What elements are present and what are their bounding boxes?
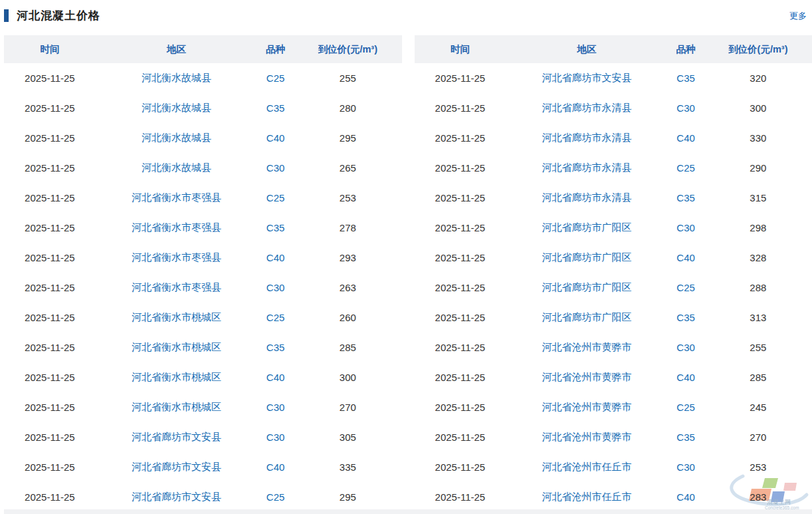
cell-region-link[interactable]: 河北省衡水市枣强县 [96, 213, 257, 243]
cell-region-link[interactable]: 河北省沧州市黄骅市 [506, 362, 667, 392]
cell-grade-link[interactable]: C25 [668, 273, 704, 303]
cell-grade-link[interactable]: C40 [257, 452, 294, 482]
cell-price: 290 [704, 153, 812, 183]
cell-region-link[interactable]: 河北省沧州市黄骅市 [506, 422, 667, 452]
cell-grade-link[interactable]: C40 [668, 482, 704, 512]
cell-date: 2025-11-25 [415, 213, 506, 243]
cell-grade-link[interactable]: C25 [257, 482, 294, 512]
table-row: 2025-11-25 河北省沧州市任丘市 C40 283 [415, 482, 812, 512]
table-row: 2025-11-25 河北省衡水市桃城区 C40 300 [4, 362, 402, 392]
cell-region-link[interactable]: 河北省廊坊市文安县 [506, 63, 667, 93]
table-row: 2025-11-25 河北省廊坊市广阳区 C25 288 [415, 273, 812, 303]
col-header-time: 时间 [4, 35, 96, 63]
cell-region-link[interactable]: 河北省沧州市任丘市 [506, 482, 667, 512]
cell-price: 300 [704, 93, 812, 123]
cell-price: 313 [704, 303, 812, 332]
cell-date: 2025-11-25 [4, 243, 96, 273]
cell-region-link[interactable]: 河北省衡水市桃城区 [96, 303, 257, 332]
cell-date: 2025-11-25 [415, 123, 506, 153]
table-row: 2025-11-25 河北省沧州市任丘市 C30 253 [415, 452, 812, 482]
cell-grade-link[interactable]: C40 [257, 362, 294, 392]
table-row: 2025-11-25 河北省廊坊市文安县 C30 305 [4, 422, 402, 452]
cell-grade-link[interactable]: C25 [257, 303, 294, 332]
table-row: 2025-11-25 河北衡水故城县 C35 280 [4, 93, 402, 123]
cell-date: 2025-11-25 [4, 303, 96, 332]
cell-region-link[interactable]: 河北省廊坊市广阳区 [506, 303, 667, 332]
cell-date: 2025-11-25 [415, 243, 506, 273]
cell-grade-link[interactable]: C30 [257, 153, 294, 183]
cell-region-link[interactable]: 河北省廊坊市文安县 [96, 422, 257, 452]
cell-grade-link[interactable]: C30 [257, 273, 294, 303]
cell-grade-link[interactable]: C25 [257, 183, 294, 213]
cell-grade-link[interactable]: C35 [257, 93, 294, 123]
cell-grade-link[interactable]: C40 [668, 123, 704, 153]
cell-region-link[interactable]: 河北省沧州市任丘市 [506, 452, 667, 482]
col-header-price: 到位价(元/m³) [704, 35, 812, 63]
cell-grade-link[interactable]: C30 [668, 452, 704, 482]
title-marker [4, 9, 9, 22]
cell-region-link[interactable]: 河北省衡水市桃城区 [96, 362, 257, 392]
cell-region-link[interactable]: 河北省衡水市枣强县 [96, 183, 257, 213]
cell-region-link[interactable]: 河北省廊坊市永清县 [506, 183, 667, 213]
cell-grade-link[interactable]: C30 [257, 422, 294, 452]
cell-region-link[interactable]: 河北省廊坊市永清县 [506, 153, 667, 183]
cell-region-link[interactable]: 河北省廊坊市广阳区 [506, 213, 667, 243]
cell-date: 2025-11-25 [415, 183, 506, 213]
cell-price: 253 [704, 452, 812, 482]
cell-grade-link[interactable]: C35 [668, 183, 704, 213]
cell-price: 300 [294, 362, 401, 392]
cell-grade-link[interactable]: C25 [257, 63, 294, 93]
cell-region-link[interactable]: 河北省廊坊市文安县 [96, 452, 257, 482]
cell-region-link[interactable]: 河北省廊坊市文安县 [96, 482, 257, 512]
cell-region-link[interactable]: 河北省衡水市枣强县 [96, 243, 257, 273]
cell-grade-link[interactable]: C35 [668, 303, 704, 332]
cell-date: 2025-11-25 [4, 93, 96, 123]
cell-grade-link[interactable]: C25 [668, 392, 704, 422]
cell-date: 2025-11-25 [4, 273, 96, 303]
cell-region-link[interactable]: 河北衡水故城县 [96, 63, 257, 93]
cell-grade-link[interactable]: C35 [257, 332, 294, 362]
cell-region-link[interactable]: 河北衡水故城县 [96, 123, 257, 153]
cell-region-link[interactable]: 河北省廊坊市广阳区 [506, 243, 667, 273]
cell-date: 2025-11-25 [4, 422, 96, 452]
cell-grade-link[interactable]: C40 [668, 362, 704, 392]
table-row: 2025-11-25 河北省廊坊市广阳区 C30 298 [415, 213, 812, 243]
table-row: 2025-11-25 河北省沧州市黄骅市 C25 245 [415, 392, 812, 422]
table-row: 2025-11-25 河北省沧州市黄骅市 C35 270 [415, 422, 812, 452]
next-table-header-peek [4, 509, 812, 514]
cell-grade-link[interactable]: C30 [668, 332, 704, 362]
table-row: 2025-11-25 河北省沧州市黄骅市 C30 255 [415, 332, 812, 362]
cell-grade-link[interactable]: C35 [257, 213, 294, 243]
cell-grade-link[interactable]: C40 [257, 123, 294, 153]
cell-grade-link[interactable]: C30 [668, 213, 704, 243]
cell-grade-link[interactable]: C35 [668, 63, 704, 93]
price-tables-container: 时间 地区 品种 到位价(元/m³) 2025-11-25 河北衡水故城县 C2… [4, 35, 812, 512]
col-header-price: 到位价(元/m³) [294, 35, 401, 63]
cell-region-link[interactable]: 河北省沧州市黄骅市 [506, 332, 667, 362]
cell-grade-link[interactable]: C30 [257, 392, 294, 422]
cell-grade-link[interactable]: C40 [668, 243, 704, 273]
cell-price: 255 [704, 332, 812, 362]
cell-region-link[interactable]: 河北衡水故城县 [96, 153, 257, 183]
cell-region-link[interactable]: 河北衡水故城县 [96, 93, 257, 123]
table-row: 2025-11-25 河北衡水故城县 C25 255 [4, 63, 402, 93]
cell-grade-link[interactable]: C40 [257, 243, 294, 273]
cell-region-link[interactable]: 河北省廊坊市永清县 [506, 93, 667, 123]
cell-grade-link[interactable]: C25 [668, 153, 704, 183]
cell-region-link[interactable]: 河北省廊坊市广阳区 [506, 273, 667, 303]
col-header-time: 时间 [415, 35, 506, 63]
cell-date: 2025-11-25 [4, 123, 96, 153]
cell-grade-link[interactable]: C30 [668, 93, 704, 123]
cell-price: 255 [294, 63, 401, 93]
cell-date: 2025-11-25 [415, 93, 506, 123]
cell-region-link[interactable]: 河北省衡水市枣强县 [96, 273, 257, 303]
more-link[interactable]: 更多 [789, 10, 807, 22]
cell-region-link[interactable]: 河北省廊坊市永清县 [506, 123, 667, 153]
cell-region-link[interactable]: 河北省沧州市黄骅市 [506, 392, 667, 422]
cell-grade-link[interactable]: C35 [668, 422, 704, 452]
table-row: 2025-11-25 河北省衡水市桃城区 C25 260 [4, 303, 402, 332]
cell-region-link[interactable]: 河北省衡水市桃城区 [96, 392, 257, 422]
cell-region-link[interactable]: 河北省衡水市桃城区 [96, 332, 257, 362]
cell-price: 288 [704, 273, 812, 303]
cell-price: 260 [294, 303, 401, 332]
